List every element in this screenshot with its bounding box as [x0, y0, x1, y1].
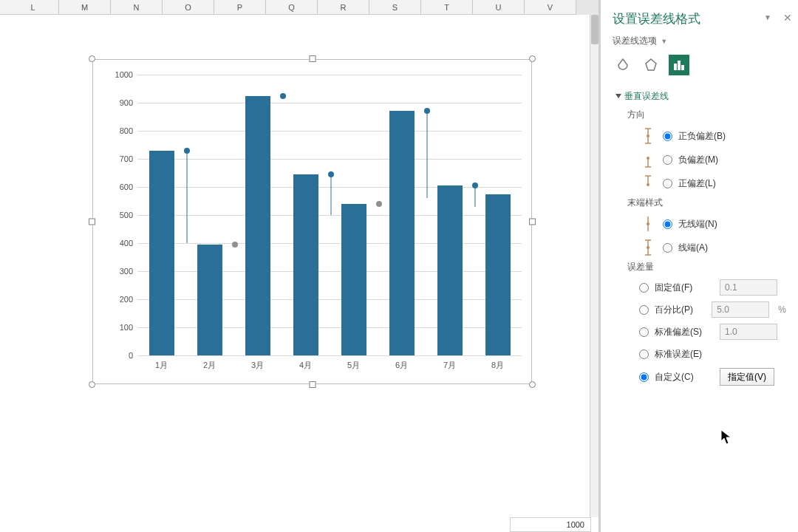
chart-bar[interactable] [197, 245, 222, 355]
error-bar-marker[interactable] [376, 201, 382, 207]
end-none-radio[interactable] [663, 219, 672, 229]
direction-both-radio[interactable] [663, 132, 672, 141]
error-stderr-radio[interactable] [639, 349, 649, 359]
direction-plus-label[interactable]: 正偏差(L) [678, 177, 716, 190]
vertical-error-bar-section[interactable]: 垂直误差线 [615, 86, 786, 107]
column-headers: L M N O P Q R S T U V [0, 0, 598, 15]
chart-bar[interactable] [485, 194, 511, 356]
error-bar-line[interactable] [426, 111, 427, 198]
resize-handle[interactable] [89, 381, 95, 388]
y-axis-tick: 100 [108, 323, 137, 332]
error-stderr-label[interactable]: 标准误差(E) [655, 348, 714, 361]
error-percent-radio[interactable] [639, 305, 649, 315]
direction-minus-label[interactable]: 负偏差(M) [678, 154, 718, 166]
plot-area[interactable]: 010020030040050060070080090010001月2月3月4月… [137, 75, 522, 355]
x-axis-tick: 5月 [332, 355, 376, 371]
col-header[interactable]: N [111, 0, 163, 15]
error-fixed-label[interactable]: 固定值(F) [655, 282, 714, 294]
col-header[interactable]: T [421, 0, 473, 15]
direction-plus-radio[interactable] [663, 179, 672, 188]
resize-handle[interactable] [309, 381, 316, 388]
col-header[interactable]: P [214, 0, 266, 15]
col-header[interactable]: Q [266, 0, 318, 15]
scrollbar-thumb[interactable] [591, 15, 598, 44]
collapse-arrow-icon [615, 94, 621, 98]
col-header[interactable]: S [369, 0, 421, 15]
svg-point-13 [647, 183, 649, 186]
end-cap-label[interactable]: 线端(A) [678, 242, 708, 254]
direction-label: 方向 [615, 107, 786, 124]
error-custom-radio[interactable] [639, 372, 649, 382]
no-cap-icon [639, 215, 657, 233]
error-bar-options-icon[interactable] [669, 55, 689, 75]
resize-handle[interactable] [529, 219, 536, 225]
y-axis-tick: 700 [108, 154, 137, 163]
resize-handle[interactable] [309, 55, 316, 62]
error-fixed-radio[interactable] [639, 283, 649, 293]
chart-bar[interactable] [389, 111, 415, 355]
error-bar-options-dropdown[interactable]: 误差线选项 ▼ [601, 32, 798, 53]
close-icon[interactable]: ✕ [783, 12, 792, 24]
error-bar-line[interactable] [474, 185, 475, 207]
svg-point-15 [647, 222, 649, 225]
y-axis-tick: 400 [108, 239, 137, 248]
vertical-scrollbar[interactable] [590, 15, 598, 517]
resize-handle[interactable] [89, 55, 95, 62]
error-bar-marker[interactable] [424, 108, 430, 114]
y-axis-tick: 200 [108, 295, 137, 304]
chart-bar[interactable] [437, 185, 463, 355]
percent-sign: % [778, 304, 786, 315]
error-stddev-radio[interactable] [639, 327, 649, 337]
col-header[interactable]: U [473, 0, 525, 15]
error-bar-marker[interactable] [472, 183, 478, 188]
col-header[interactable]: L [7, 0, 59, 15]
chart-bar[interactable] [293, 174, 318, 355]
error-bar-marker[interactable] [280, 93, 286, 99]
direction-both-label[interactable]: 正负偏差(B) [678, 130, 726, 143]
chart-object[interactable]: 010020030040050060070080090010001月2月3月4月… [89, 55, 536, 388]
error-stddev-label[interactable]: 标准偏差(S) [655, 326, 714, 338]
error-bar-line[interactable] [186, 151, 187, 243]
y-axis-tick: 300 [108, 267, 137, 276]
error-stddev-input [720, 324, 777, 340]
error-custom-label[interactable]: 自定义(C) [655, 371, 714, 383]
col-header[interactable]: O [163, 0, 214, 15]
pane-options-dropdown-icon[interactable]: ▼ [764, 13, 771, 21]
x-axis-tick: 6月 [380, 355, 424, 371]
svg-rect-3 [681, 65, 684, 70]
chart-bar[interactable] [341, 204, 366, 355]
svg-point-19 [647, 246, 649, 249]
col-header[interactable]: V [525, 0, 576, 15]
both-icon [639, 127, 657, 145]
resize-handle[interactable] [529, 381, 536, 388]
cap-icon [639, 239, 657, 256]
y-axis-tick: 1000 [108, 70, 137, 79]
error-bar-marker[interactable] [328, 171, 334, 177]
y-axis-tick: 500 [108, 211, 137, 219]
svg-point-7 [647, 134, 649, 137]
x-axis-tick: 2月 [188, 355, 232, 371]
chart-bar[interactable] [245, 96, 270, 356]
end-none-label[interactable]: 无线端(N) [678, 218, 717, 231]
x-axis-tick: 1月 [140, 355, 184, 371]
resize-handle[interactable] [529, 55, 536, 62]
resize-handle[interactable] [89, 219, 95, 225]
x-axis-tick: 4月 [284, 355, 328, 371]
direction-minus-radio[interactable] [663, 155, 672, 165]
error-bar-marker[interactable] [232, 242, 238, 248]
minus-icon [639, 151, 657, 168]
error-bar-line[interactable] [330, 174, 331, 215]
error-bar-marker[interactable] [184, 148, 190, 154]
error-fixed-input [720, 279, 777, 296]
chart-bar[interactable] [149, 151, 174, 355]
fill-line-icon[interactable] [613, 55, 633, 75]
error-percent-label[interactable]: 百分比(P) [655, 304, 706, 316]
chevron-down-icon: ▼ [661, 38, 667, 45]
chart-frame[interactable]: 010020030040050060070080090010001月2月3月4月… [92, 59, 532, 384]
specify-value-button[interactable]: 指定值(V) [720, 368, 774, 386]
end-cap-radio[interactable] [663, 243, 672, 253]
effects-icon[interactable] [641, 55, 661, 75]
cell-value[interactable]: 1000 [510, 517, 591, 532]
col-header[interactable]: R [318, 0, 369, 15]
col-header[interactable]: M [59, 0, 111, 15]
